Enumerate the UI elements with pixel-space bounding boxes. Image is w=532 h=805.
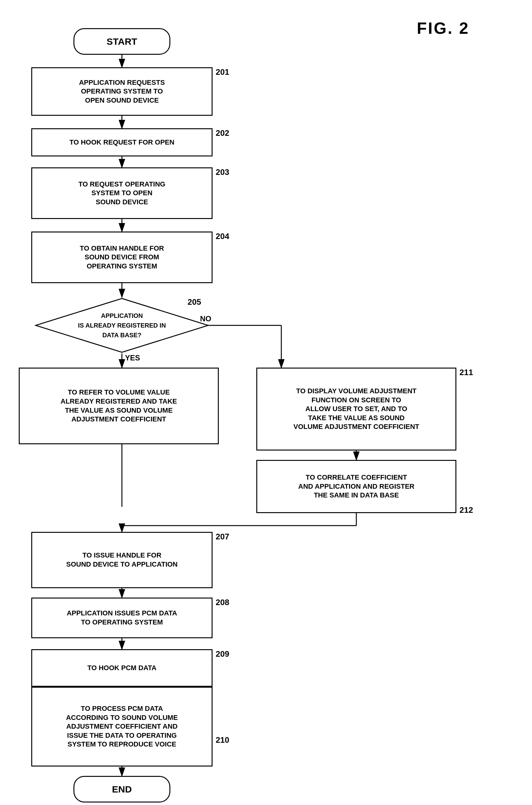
diamond-205-text: APPLICATION IS ALREADY REGISTERED IN DAT…: [52, 311, 192, 340]
step-210: TO PROCESS PCM DATA ACCORDING TO SOUND V…: [31, 687, 212, 767]
step-num-212: 212: [459, 505, 473, 515]
step-num-211: 211: [459, 368, 473, 377]
diagram-container: FIG. 2: [0, 0, 532, 805]
no-label: NO: [200, 314, 211, 323]
step-num-208: 208: [216, 598, 229, 607]
step-207: TO ISSUE HANDLE FOR SOUND DEVICE TO APPL…: [31, 532, 212, 588]
step-206: TO REFER TO VOLUME VALUE ALREADY REGISTE…: [19, 368, 219, 444]
step-204: TO OBTAIN HANDLE FOR SOUND DEVICE FROM O…: [31, 232, 212, 283]
step-num-203: 203: [216, 167, 229, 177]
start-shape: START: [73, 28, 170, 55]
figure-title: FIG. 2: [417, 19, 470, 38]
step-num-209: 209: [216, 649, 229, 659]
step-212: TO CORRELATE COEFFICIENT AND APPLICATION…: [256, 460, 456, 513]
diamond-205: APPLICATION IS ALREADY REGISTERED IN DAT…: [34, 297, 209, 353]
step-num-210: 210: [216, 735, 229, 745]
step-201: APPLICATION REQUESTS OPERATING SYSTEM TO…: [31, 67, 212, 116]
end-shape: END: [73, 776, 170, 803]
step-202: TO HOOK REQUEST FOR OPEN: [31, 128, 212, 157]
step-209: TO HOOK PCM DATA: [31, 649, 212, 687]
step-211: TO DISPLAY VOLUME ADJUSTMENT FUNCTION ON…: [256, 368, 456, 451]
step-num-204: 204: [216, 232, 229, 241]
step-num-201: 201: [216, 67, 229, 77]
step-num-202: 202: [216, 128, 229, 138]
yes-label: YES: [125, 353, 140, 362]
step-203: TO REQUEST OPERATING SYSTEM TO OPEN SOUN…: [31, 167, 212, 219]
step-208: APPLICATION ISSUES PCM DATA TO OPERATING…: [31, 598, 212, 638]
step-num-207: 207: [216, 532, 229, 542]
step-num-205: 205: [188, 297, 201, 307]
